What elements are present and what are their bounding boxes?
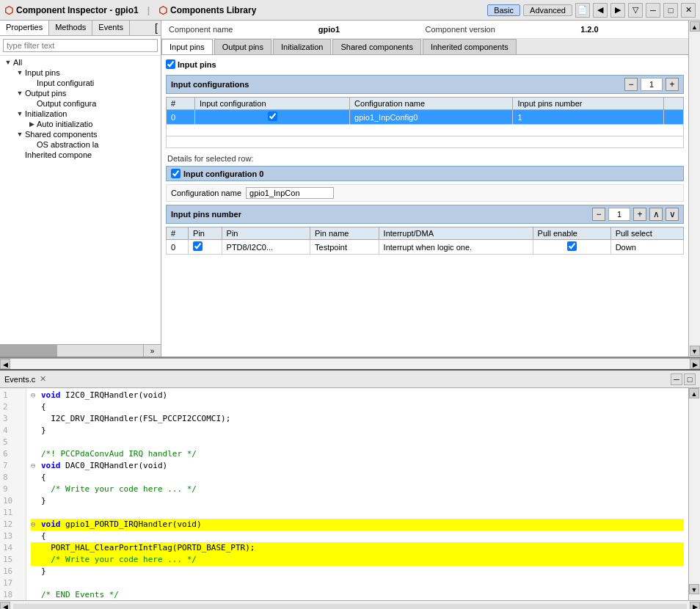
search-input[interactable] [3,39,158,52]
pins-up-btn[interactable]: ∧ [649,208,663,221]
comp-content: Input pins Input configurations − + # In… [161,55,688,357]
hscroll-track [13,604,687,610]
editor-window-controls: ─ □ [671,373,696,385]
editor-maximize[interactable]: □ [684,373,696,385]
tree-item[interactable]: ▼Initialization [1,109,159,119]
advanced-btn[interactable]: Advanced [523,4,572,16]
comp-tab-2[interactable]: Initialization [273,39,331,54]
scroll-down-btn[interactable]: ▼ [690,346,700,356]
left-panel: Properties Methods Events [ ▼All▼Input p… [0,21,161,357]
comp-tab-0[interactable]: Input pins [161,39,213,54]
forward-icon[interactable]: ▶ [610,3,625,18]
maximize-icon[interactable]: □ [663,3,678,18]
tab-methods[interactable]: Methods [49,21,92,35]
editor-scroll-down[interactable]: ▼ [689,584,699,594]
code-line: ⊖void I2C0_IRQHandler(void) [31,390,684,401]
top-hscroll: ◀ ▶ [0,358,700,370]
tree-item[interactable]: Input configurati [1,78,159,88]
comp-tab-4[interactable]: Inherited components [423,39,517,54]
editor-body: 1234567891011121314151617181920 ⊖void I2… [0,388,700,600]
tree-expand-icon: ▼ [15,110,25,117]
tree-container: ▼All▼Input pinsInput configurati▼Output … [0,56,161,344]
tree-item[interactable]: ▼All [1,57,159,68]
expand-icon[interactable]: [ [152,21,161,35]
scroll-up-btn[interactable]: ▲ [690,21,700,32]
fold-marker[interactable]: ⊖ [31,390,41,401]
file-icon[interactable]: 📄 [575,3,590,18]
tab-events[interactable]: Events [92,21,130,35]
minimize-icon[interactable]: ─ [646,3,660,18]
table-row[interactable]: 0 gpio1_InpConfig0 1 [167,110,684,125]
tree-expand-icon: ▼ [3,59,13,66]
app-title: ⬡ Component Inspector - gpio1 | ⬡ Compon… [4,4,256,16]
pins-down-btn[interactable]: ∨ [666,208,679,221]
tree-label: Initialization [25,109,158,118]
input-configs-section: Input configurations − + [166,75,684,94]
increment-btn[interactable]: + [666,78,679,91]
search-box [0,36,161,56]
code-line: { [31,401,684,413]
code-line: /* END Events */ [31,589,684,600]
comp-tab-1[interactable]: Output pins [214,39,271,54]
code-line: /* Write your code here ... */ [31,484,684,495]
comp-tab-3[interactable]: Shared components [332,39,420,54]
component-info: Component name gpio1 Component version 1… [161,21,688,39]
pins-decrement-btn[interactable]: − [592,208,605,221]
editor-scroll-up[interactable]: ▲ [689,388,699,398]
menu-icon[interactable]: ▽ [628,3,643,18]
code-line: } [31,495,684,507]
pins-table: # Pin Pin Pin name Interrupt/DMA Pull en… [166,227,684,255]
config0-checkbox[interactable] [171,169,181,178]
pins-count-input[interactable] [608,208,630,221]
tree-label: Auto initializatio [37,120,158,128]
basic-btn[interactable]: Basic [487,4,520,16]
tree-item[interactable]: ▼Input pins [1,68,159,78]
code-line: ⊖void gpio1_PORTD_IRQHandler(void) [31,519,684,530]
tree-label: Shared components [25,130,158,139]
tree-item[interactable]: Output configura [1,98,159,109]
right-scrollbar: ▲ ▼ [688,21,700,357]
tree-label: Output configura [37,99,158,108]
tab-properties[interactable]: Properties [0,21,49,35]
tree-item[interactable]: Inherited compone [1,150,159,160]
config-name-input[interactable] [246,187,334,199]
editor-panel: Events.c ✕ ─ □ 1234567891011121314151617… [0,370,700,609]
table-row-empty2 [167,136,684,148]
tree-item[interactable]: ▼Shared components [1,129,159,139]
scroll-left-btn[interactable]: ◀ [0,359,10,369]
fold-marker[interactable]: ⊖ [31,460,41,472]
editor-hright[interactable]: ▶ [690,602,700,610]
back-icon[interactable]: ◀ [593,3,608,18]
close-icon[interactable]: ✕ [681,3,696,18]
table-row-empty [167,125,684,136]
code-line: { [31,472,684,484]
tree-label: Input configurati [37,79,158,87]
details-section-header: Input configuration 0 [166,166,684,181]
main-container: Properties Methods Events [ ▼All▼Input p… [0,21,700,358]
pin-row[interactable]: 0 PTD8/I2C0... Testpoint Interrupt when … [167,240,684,255]
code-line: ⊖void DAC0_IRQHandler(void) [31,460,684,472]
input-pins-checkbox[interactable] [166,59,175,69]
scroll-right-btn[interactable]: ▶ [690,359,700,369]
code-area[interactable]: ⊖void I2C0_IRQHandler(void){ I2C_DRV_IRQ… [26,388,688,600]
input-pins-heading: Input pins [166,59,684,69]
fold-marker[interactable]: ⊖ [31,519,41,530]
tree-item[interactable]: ▼Output pins [1,88,159,98]
right-panel: Component name gpio1 Component version 1… [161,21,688,357]
bottom-bar: » [0,344,161,357]
decrement-btn[interactable]: − [624,78,638,91]
config-name-row: Configuration name [166,184,684,202]
tree-item[interactable]: ▶Auto initializatio [1,119,159,129]
input-config-table: # Input configuration Configuration name… [166,97,684,148]
editor-close-btn[interactable]: ✕ [40,374,46,384]
pins-increment-btn[interactable]: + [633,208,646,221]
code-line: PORT_HAL_ClearPortIntFlag(PORTD_BASE_PTR… [31,542,684,554]
editor-minimize[interactable]: ─ [671,373,682,385]
code-line [31,437,684,448]
collapse-btn[interactable]: » [143,345,161,357]
count-input[interactable] [641,78,663,91]
tree-expand-icon: ▼ [15,131,25,138]
tree-item[interactable]: OS abstraction la [1,139,159,150]
editor-hleft[interactable]: ◀ [0,602,10,610]
tree-label: Output pins [25,89,158,98]
